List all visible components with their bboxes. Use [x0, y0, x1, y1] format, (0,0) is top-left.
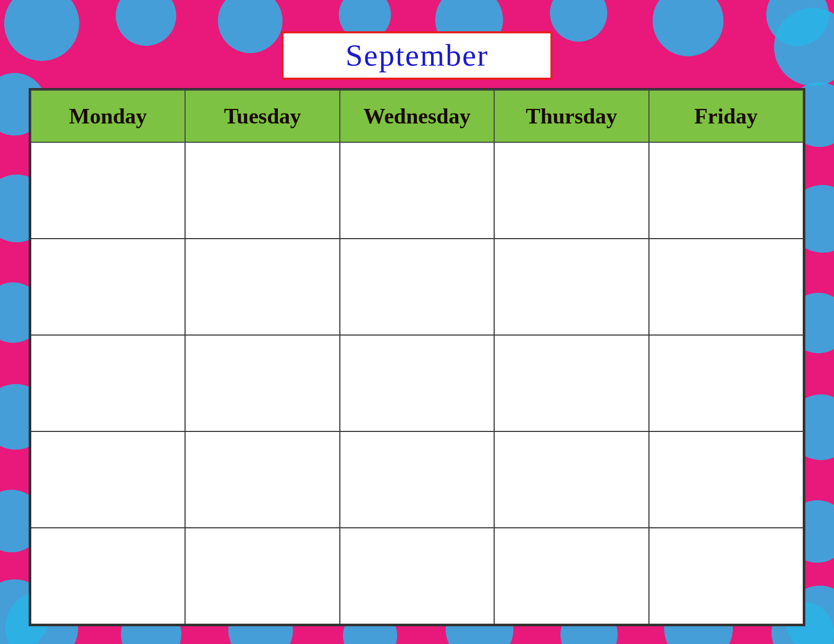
cell-row2-thu[interactable]: [494, 239, 648, 335]
header-wednesday: Wednesday: [340, 90, 494, 142]
cell-row5-thu[interactable]: [494, 528, 648, 624]
cell-row2-tue[interactable]: [185, 239, 339, 335]
cell-row3-tue[interactable]: [185, 335, 339, 431]
cell-row2-mon[interactable]: [31, 239, 185, 335]
cell-row1-mon[interactable]: [31, 142, 185, 239]
cell-row2-fri[interactable]: [649, 239, 803, 335]
calendar-row-5: [31, 528, 803, 624]
cell-row1-tue[interactable]: [185, 142, 339, 239]
calendar-table-wrapper: Monday Tuesday Wednesday Thursday Friday: [29, 88, 805, 626]
calendar-row-4: [31, 431, 803, 528]
month-title: September: [346, 38, 489, 72]
calendar-row-2: [31, 239, 803, 335]
calendar-wrapper: September Monday Tuesday Wednesday Thurs…: [29, 31, 805, 613]
cell-row4-wed[interactable]: [340, 431, 494, 528]
cell-row5-wed[interactable]: [340, 528, 494, 624]
cell-row4-fri[interactable]: [649, 431, 803, 528]
cell-row3-wed[interactable]: [340, 335, 494, 431]
cell-row3-mon[interactable]: [31, 335, 185, 431]
header-thursday: Thursday: [494, 90, 648, 142]
cell-row5-mon[interactable]: [31, 528, 185, 624]
cell-row5-fri[interactable]: [649, 528, 803, 624]
month-title-container: September: [281, 31, 553, 80]
header-friday: Friday: [649, 90, 803, 142]
cell-row5-tue[interactable]: [185, 528, 339, 624]
calendar-table: Monday Tuesday Wednesday Thursday Friday: [30, 90, 804, 625]
header-monday: Monday: [31, 90, 185, 142]
cell-row3-fri[interactable]: [649, 335, 803, 431]
cell-row2-wed[interactable]: [340, 239, 494, 335]
cell-row1-fri[interactable]: [649, 142, 803, 239]
cell-row4-mon[interactable]: [31, 431, 185, 528]
cell-row4-tue[interactable]: [185, 431, 339, 528]
cell-row3-thu[interactable]: [494, 335, 648, 431]
days-header-row: Monday Tuesday Wednesday Thursday Friday: [31, 90, 803, 142]
header-tuesday: Tuesday: [185, 90, 339, 142]
cell-row1-thu[interactable]: [494, 142, 648, 239]
cell-row1-wed[interactable]: [340, 142, 494, 239]
calendar-row-1: [31, 142, 803, 239]
cell-row4-thu[interactable]: [494, 431, 648, 528]
calendar-row-3: [31, 335, 803, 431]
